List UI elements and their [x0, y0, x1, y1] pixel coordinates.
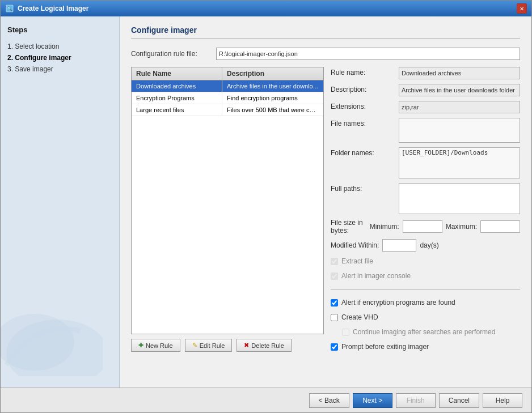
minimum-label: Minimum:	[370, 223, 399, 231]
edit-rule-icon: ✎	[192, 342, 197, 349]
step-2: 2. Configure imager	[7, 52, 112, 63]
title-bar: 🔍 Create Logical Imager ✕	[1, 1, 531, 16]
section-title: Configure imager	[131, 25, 520, 39]
folder-names-textarea[interactable]: [USER_FOLDER]/Downloads	[399, 147, 520, 178]
rules-panel: Rule Name Description Downloaded archive…	[131, 67, 324, 352]
alert-encryption-label: Alert if encryption programs are found	[341, 299, 455, 306]
maximum-input[interactable]	[480, 220, 520, 233]
modified-within-input[interactable]	[382, 239, 416, 252]
step-2-number: 2.	[7, 54, 13, 62]
sidebar-title: Steps	[7, 25, 112, 34]
details-panel: Rule name: Description: Extensions:	[331, 67, 520, 352]
file-names-row: File names:	[331, 118, 520, 143]
main-window: 🔍 Create Logical Imager ✕ Steps 1. Selec…	[0, 0, 532, 413]
config-file-row: Configuration rule file:	[131, 48, 520, 60]
title-bar-left: 🔍 Create Logical Imager	[5, 4, 88, 13]
step-2-label: Configure imager	[15, 54, 71, 62]
table-row[interactable]: Encryption Programs Find encryption prog…	[132, 92, 323, 104]
folder-names-row: Folder names: [USER_FOLDER]/Downloads	[331, 147, 520, 178]
new-rule-button[interactable]: ✚ New Rule	[131, 339, 180, 352]
full-paths-textarea[interactable]	[399, 183, 520, 214]
row-2-name: Encryption Programs	[132, 92, 222, 104]
maximum-label: Maximum:	[446, 223, 477, 231]
folder-names-label: Folder names:	[331, 147, 399, 157]
rule-name-label: Rule name:	[331, 67, 399, 76]
new-rule-icon: ✚	[138, 342, 143, 349]
steps-list: 1. Select location 2. Configure imager 3…	[7, 41, 112, 75]
config-file-label: Configuration rule file:	[131, 50, 216, 58]
table-row[interactable]: Downloaded archives Archive files in the…	[132, 80, 323, 92]
svg-text:🔍: 🔍	[7, 6, 12, 11]
help-button[interactable]: Help	[483, 393, 522, 408]
alert-encryption-checkbox[interactable]	[331, 299, 338, 306]
col-rule-name: Rule Name	[132, 67, 222, 80]
full-paths-row: Full paths:	[331, 183, 520, 214]
file-names-textarea[interactable]	[399, 118, 520, 143]
continue-imaging-label: Continue imaging after searches are perf…	[353, 328, 495, 336]
create-vhd-label: Create VHD	[341, 313, 378, 321]
extract-file-label: Extract file	[341, 257, 373, 265]
extract-file-checkbox[interactable]	[331, 258, 338, 265]
file-names-label: File names:	[331, 118, 399, 127]
rule-name-input[interactable]	[399, 67, 520, 79]
create-vhd-row: Create VHD	[331, 313, 520, 321]
alert-console-row: Alert in imager console	[331, 272, 520, 280]
prompt-before-checkbox[interactable]	[331, 343, 338, 351]
sidebar-watermark	[1, 263, 103, 376]
close-button[interactable]: ✕	[517, 3, 527, 14]
description-row: Description:	[331, 84, 520, 96]
description-input[interactable]	[399, 84, 520, 96]
prompt-before-label: Prompt before exiting imager	[341, 343, 429, 351]
table-row[interactable]: Large recent files Files over 500 MB tha…	[132, 104, 323, 116]
separator	[331, 289, 520, 289]
extract-file-row: Extract file	[331, 257, 520, 265]
edit-rule-button[interactable]: ✎ Edit Rule	[185, 339, 233, 352]
step-3: 3. Save imager	[7, 63, 112, 75]
config-file-input[interactable]	[216, 48, 520, 60]
step-3-number: 3.	[7, 65, 13, 73]
delete-rule-button[interactable]: ✖ Delete Rule	[237, 339, 291, 352]
step-1: 1. Select location	[7, 41, 112, 52]
alert-encryption-row: Alert if encryption programs are found	[331, 299, 520, 306]
modified-within-label: Modified Within:	[331, 241, 379, 249]
extensions-row: Extensions:	[331, 101, 520, 113]
step-3-label: Save imager	[15, 65, 53, 73]
delete-rule-label: Delete Rule	[251, 342, 284, 349]
alert-console-checkbox[interactable]	[331, 273, 338, 280]
next-button[interactable]: Next >	[353, 393, 392, 408]
continue-imaging-row: Continue imaging after searches are perf…	[342, 328, 520, 336]
extensions-input[interactable]	[399, 101, 520, 113]
two-panel: Rule Name Description Downloaded archive…	[131, 67, 520, 352]
row-3-name: Large recent files	[132, 104, 222, 116]
file-size-row: File size in bytes: Minimum: Maximum:	[331, 219, 520, 235]
create-vhd-checkbox[interactable]	[331, 314, 338, 321]
prompt-before-row: Prompt before exiting imager	[331, 343, 520, 351]
delete-rule-icon: ✖	[244, 342, 249, 349]
window-title: Create Logical Imager	[18, 5, 88, 12]
file-size-label: File size in bytes:	[331, 219, 366, 235]
main-panel: Configure imager Configuration rule file…	[120, 16, 531, 388]
edit-rule-label: Edit Rule	[200, 342, 225, 349]
step-1-label: Select location	[15, 42, 59, 50]
continue-imaging-checkbox[interactable]	[342, 329, 349, 336]
content-area: Steps 1. Select location 2. Configure im…	[1, 16, 531, 388]
description-label: Description:	[331, 84, 399, 93]
sidebar: Steps 1. Select location 2. Configure im…	[1, 16, 120, 388]
finish-button[interactable]: Finish	[396, 393, 436, 408]
modified-within-row: Modified Within: day(s)	[331, 239, 520, 252]
row-2-desc: Find encryption programs	[222, 92, 323, 104]
back-button[interactable]: < Back	[309, 393, 349, 408]
table-header: Rule Name Description	[132, 67, 323, 80]
app-icon: 🔍	[5, 4, 14, 13]
rules-buttons: ✚ New Rule ✎ Edit Rule ✖ Delete Rule	[131, 339, 324, 352]
alert-console-label: Alert in imager console	[341, 272, 411, 280]
row-3-desc: Files over 500 MB that were cha...	[222, 104, 323, 116]
row-1-name: Downloaded archives	[132, 80, 222, 92]
days-label: day(s)	[420, 241, 438, 249]
step-1-number: 1.	[7, 42, 13, 50]
minimum-input[interactable]	[403, 220, 442, 233]
extensions-label: Extensions:	[331, 101, 399, 110]
rules-table: Rule Name Description Downloaded archive…	[131, 67, 324, 334]
cancel-button[interactable]: Cancel	[439, 393, 479, 408]
row-1-desc: Archive files in the user downlo...	[222, 80, 323, 92]
